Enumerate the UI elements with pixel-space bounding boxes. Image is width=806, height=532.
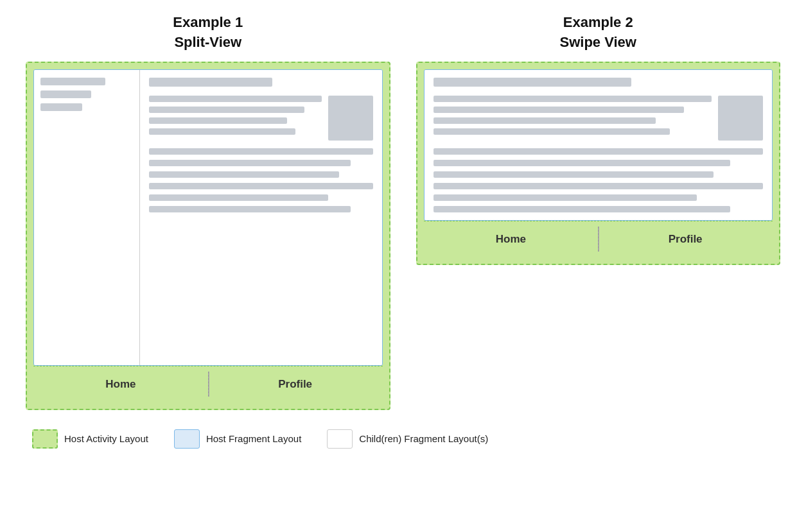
example1-title-line2: Split-View [174,34,241,50]
content-lines-1 [149,96,322,141]
swipe-extra-bars [434,148,764,212]
example2-title: Example 2 Swipe View [560,13,636,53]
example1-nav-home[interactable]: Home [33,366,208,402]
sebar2 [434,160,730,166]
example2-nav-home[interactable]: Home [424,221,599,257]
example2-host-activity: ◁ [416,62,781,265]
sidebar-bar-3 [40,103,82,111]
example1-title-line1: Example 1 [173,14,243,30]
cbar4 [149,128,295,135]
example2-nav-home-label: Home [496,233,526,245]
swipe-content-row-image [434,96,764,141]
legend-item-blue: Host Fragment Layout [174,429,301,449]
content-row-image [149,96,373,141]
sebar4 [434,183,764,189]
example1-nav-home-label: Home [105,378,136,390]
ebar2 [149,160,351,166]
ebar6 [149,206,351,212]
sidebar-bar-2 [40,90,91,98]
cbar3 [149,117,287,124]
example2-block: Example 2 Swipe View ◁ [416,13,781,265]
example2-nav-profile-label: Profile [669,233,703,245]
ebar4 [149,183,373,189]
legend-swatch-white [327,429,353,449]
sebar6 [434,206,730,212]
sidebar-bar-1 [40,78,105,85]
extra-bars-1 [149,148,373,212]
legend-item-green: Host Activity Layout [32,429,148,449]
example1-block: Example 1 Split-View [26,13,390,410]
legend-label-white: Child(ren) Fragment Layout(s) [359,433,488,444]
examples-row: Example 1 Split-View [13,13,793,410]
scbar4 [434,128,670,135]
example2-nav-profile[interactable]: Profile [598,221,773,257]
legend-item-white: Child(ren) Fragment Layout(s) [327,429,488,449]
swipe-wrapper: ◁ [425,70,773,220]
page-container: Example 1 Split-View [13,13,793,455]
swipe-content-lines [434,96,712,141]
example1-host-fragment [33,69,383,366]
ebar1 [149,148,373,155]
scbar1 [434,96,712,102]
legend-label-green: Host Activity Layout [64,433,148,444]
swipe-content-title-bar [434,78,631,87]
content-image [328,96,373,141]
example2-title-line1: Example 2 [563,14,633,30]
swipe-content-image [718,96,763,141]
example1-nav-profile[interactable]: Profile [208,366,383,402]
example1-content [140,70,382,365]
sebar3 [434,171,714,178]
example1-nav-bar: Home Profile [33,366,383,402]
example1-host-activity: Home Profile [26,62,390,410]
cbar1 [149,96,322,102]
ebar5 [149,194,328,201]
legend-swatch-blue [174,429,200,449]
sebar1 [434,148,764,155]
example2-nav-bar: Home Profile [424,221,773,257]
scbar2 [434,107,684,113]
legend-row: Host Activity Layout Host Fragment Layou… [13,423,793,455]
legend-swatch-green [32,429,58,449]
example2-content [425,70,773,220]
example1-title: Example 1 Split-View [173,13,243,53]
content-title-bar [149,78,272,87]
cbar2 [149,107,304,113]
scbar3 [434,117,656,124]
example2-host-fragment: ◁ [424,69,773,221]
ebar3 [149,171,339,178]
legend-label-blue: Host Fragment Layout [206,433,301,444]
sebar5 [434,194,697,201]
example1-nav-profile-label: Profile [278,378,312,390]
example2-title-line2: Swipe View [560,34,636,50]
example1-sidebar [34,70,140,365]
